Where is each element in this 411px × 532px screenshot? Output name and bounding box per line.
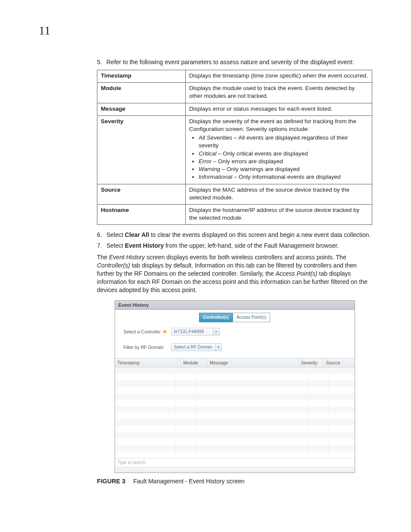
sev-critical: Critical – Only critical events are disp… <box>199 150 368 158</box>
step-6-bold: Clear All <box>125 231 149 238</box>
col-header-severity[interactable]: Severity <box>299 358 324 367</box>
table-row[interactable] <box>115 451 355 458</box>
grid-footer-bar <box>115 467 355 473</box>
select-controller-label: Select a Controller ✱ <box>124 329 171 335</box>
step-7-bold: Event History <box>125 242 164 249</box>
event-grid-body <box>115 367 355 458</box>
row-source-head: Source <box>97 184 186 204</box>
table-row[interactable] <box>115 406 355 413</box>
tab-controllers[interactable]: Controller(s) <box>199 313 233 322</box>
table-row[interactable] <box>115 432 355 439</box>
severity-intro: Displays the severity of the event as de… <box>189 118 356 132</box>
col-header-message[interactable]: Message <box>207 358 299 367</box>
sev-all: All Severities – All events are displaye… <box>199 134 368 149</box>
controller-select-value: br7131-F4A998 <box>171 328 213 335</box>
step-6-pre: Select <box>106 231 125 238</box>
app-tabs: Controller(s)Access Point(s) <box>115 310 355 322</box>
chapter-number: 11 <box>39 22 50 39</box>
row-severity-desc: Displays the severity of the event as de… <box>186 115 372 184</box>
event-grid-header: Timestamp Module Message Severity Source <box>115 358 355 367</box>
app-title-bar: Event History <box>115 301 355 310</box>
chevron-down-icon: ▼ <box>213 328 219 335</box>
step-5-number: 5. <box>97 58 102 66</box>
step-6: 6. Select Clear All to clear the events … <box>97 231 372 239</box>
table-row[interactable] <box>115 387 355 393</box>
table-row[interactable] <box>115 445 355 451</box>
sev-informational: Informational – Only informational event… <box>199 173 368 181</box>
event-parameters-table: Timestamp Displays the timestamp (time z… <box>97 70 372 225</box>
rf-domain-select-value: Select a RF Domain <box>171 344 215 351</box>
table-row[interactable] <box>115 393 355 400</box>
row-module-desc: Displays the module used to track the ev… <box>186 83 372 103</box>
step-5-text: Refer to the following event parameters … <box>106 59 354 65</box>
rf-domain-label: Filter by RF Domain <box>124 344 171 350</box>
figure-label: FIGURE 3 <box>97 478 125 485</box>
table-row[interactable] <box>115 419 355 426</box>
table-row[interactable] <box>115 374 355 380</box>
row-message-head: Message <box>97 103 186 115</box>
row-timestamp-desc: Displays the timestamp (time zone specif… <box>186 70 372 82</box>
step-7: 7. Select Event History from the upper, … <box>97 242 372 250</box>
step-6-post: to clear the events displayed on this sc… <box>149 231 371 238</box>
event-history-app: Event History Controller(s)Access Point(… <box>115 300 355 473</box>
figure-caption-text: Fault Management - Event History screen <box>133 478 244 485</box>
table-row[interactable] <box>115 413 355 419</box>
row-hostname-head: Hostname <box>97 204 186 224</box>
figure-caption: FIGURE 3Fault Management - Event History… <box>97 477 372 485</box>
filter-panel: Select a Controller ✱ br7131-F4A998 ▼ Fi… <box>115 322 355 358</box>
row-severity-head: Severity <box>97 115 186 184</box>
step-5: 5. Refer to the following event paramete… <box>97 58 372 66</box>
row-message-desc: Displays error or status messages for ea… <box>186 103 372 115</box>
required-icon: ✱ <box>163 329 167 334</box>
step-6-number: 6. <box>97 231 102 239</box>
row-module-head: Module <box>97 83 186 103</box>
step-7-pre: Select <box>106 242 125 249</box>
sev-warning: Warning – Only warnings are displayed <box>199 165 368 173</box>
table-row[interactable] <box>115 380 355 387</box>
grid-search-input[interactable]: Type to search <box>115 458 355 467</box>
table-row[interactable] <box>115 439 355 445</box>
table-row[interactable] <box>115 426 355 432</box>
row-hostname-desc: Displays the hostname/IP address of the … <box>186 204 372 224</box>
rf-domain-select[interactable]: Select a RF Domain ▼ <box>171 343 222 351</box>
sev-error: Error – Only errors are displayed <box>199 158 368 165</box>
col-header-source[interactable]: Source <box>324 358 355 367</box>
step-7-number: 7. <box>97 242 102 250</box>
row-source-desc: Displays the MAC address of the source d… <box>186 184 372 204</box>
step-7-post: from the upper, left-hand, side of the F… <box>164 242 339 249</box>
table-row[interactable] <box>115 400 355 406</box>
col-header-timestamp[interactable]: Timestamp <box>115 358 181 367</box>
controller-select[interactable]: br7131-F4A998 ▼ <box>171 328 220 336</box>
chevron-down-icon: ▼ <box>215 344 221 351</box>
tab-access-points[interactable]: Access Point(s) <box>233 313 270 322</box>
row-timestamp-head: Timestamp <box>97 70 186 82</box>
event-history-paragraph: The Event History screen displays events… <box>97 253 372 294</box>
col-header-module[interactable]: Module <box>181 358 207 367</box>
table-row[interactable] <box>115 367 355 374</box>
